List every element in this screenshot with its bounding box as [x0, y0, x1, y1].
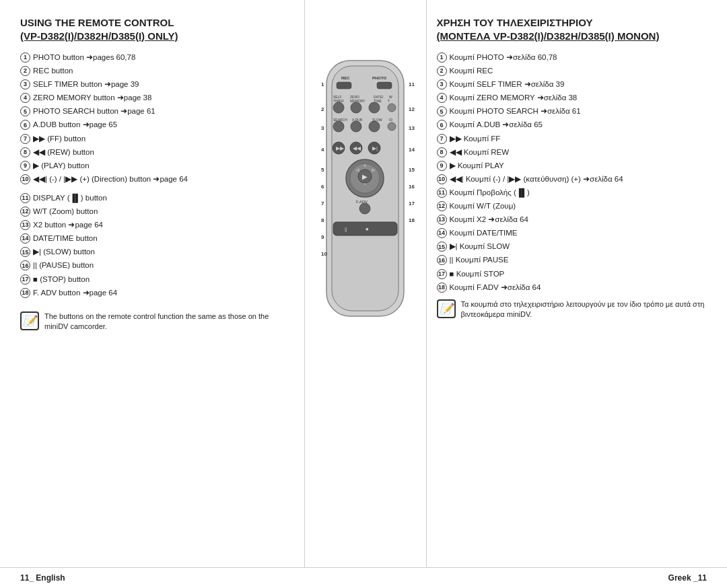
item-number: 3 — [20, 79, 30, 89]
item-text: ◀◀| (-) / |▶▶ (+) (Direction) button ➜pa… — [33, 174, 291, 184]
list-item: 4Κουμπί ZERO MEMORY ➜σελίδα 38 — [437, 92, 707, 103]
footer: 11_ English Greek _11 — [0, 567, 727, 588]
svg-point-22 — [333, 121, 344, 132]
list-item: 8◀◀ Κουμπί REW — [437, 147, 707, 157]
left-note-text: The buttons on the remote control functi… — [44, 311, 291, 332]
svg-text:15: 15 — [409, 167, 415, 173]
footer-left: 11_ English — [20, 573, 65, 583]
svg-point-17 — [388, 104, 396, 112]
item-text: Κουμπί REC — [450, 65, 707, 76]
right-note: 📝 Τα κουμπιά στο τηλεχειριστήριο λειτουρ… — [437, 299, 707, 320]
list-item: 13X2 button ➜page 64 — [20, 219, 291, 230]
item-text: ▶ Κουμπί PLAY — [450, 160, 707, 171]
item-number: 7 — [20, 134, 30, 144]
item-number: 4 — [20, 93, 30, 103]
item-text: DISPLAY (▐▌) button — [33, 192, 291, 203]
list-item: 12W/T (Zoom) button — [20, 206, 291, 217]
footer-right: Greek _11 — [668, 573, 707, 583]
list-item: 11DISPLAY (▐▌) button — [20, 192, 291, 203]
left-items-list: 1PHOTO button ➜pages 60,782REC button3SE… — [20, 52, 291, 191]
item-text: Κουμπί Προβολής (▐▌) — [450, 187, 707, 198]
list-item: 6A.DUB button ➜page 65 — [20, 119, 291, 130]
item-number: 8 — [437, 147, 447, 157]
list-item: 11Κουμπί Προβολής (▐▌) — [437, 187, 707, 198]
svg-text:1: 1 — [321, 81, 324, 87]
svg-point-24 — [369, 121, 380, 132]
svg-text:PHOTO: PHOTO — [372, 76, 387, 80]
svg-text:14: 14 — [409, 147, 415, 153]
svg-text:▶: ▶ — [372, 167, 376, 173]
item-number: 16 — [20, 260, 30, 270]
item-number: 11 — [20, 193, 30, 203]
item-text: ■ Κουμπί STOP — [450, 268, 707, 279]
item-number: 6 — [20, 120, 30, 130]
item-number: 13 — [437, 215, 447, 225]
list-item: 7▶▶ (FF) button — [20, 133, 291, 144]
item-number: 10 — [437, 174, 447, 184]
list-item: 6Κουμπί A.DUB ➜σελίδα 65 — [437, 119, 707, 130]
item-text: Κουμπί PHOTO SEARCH ➜σελίδα 61 — [450, 106, 707, 116]
right-title-line2: (ΜΟΝΤΕΛΑ VP-D382(i)/D382H/D385(i) ΜΟΝΟΝ) — [437, 30, 660, 42]
list-item: 17■ Κουμπί STOP — [437, 268, 707, 279]
item-number: 17 — [437, 269, 447, 279]
item-number: 6 — [437, 120, 447, 130]
item-text: Κουμπί SELF TIMER ➜σελίδα 39 — [450, 79, 707, 89]
item-number: 10 — [20, 174, 30, 184]
svg-text:▲: ▲ — [362, 162, 368, 168]
item-text: || Κουμπί PAUSE — [450, 254, 707, 265]
list-item: 9▶ Κουμπί PLAY — [437, 160, 707, 171]
svg-text:■: ■ — [366, 227, 368, 231]
left-bottom-items: 11DISPLAY (▐▌) button12W/T (Zoom) button… — [20, 192, 291, 305]
item-text: F. ADV button ➜page 64 — [33, 287, 291, 298]
list-item: 16|| Κουμπί PAUSE — [437, 254, 707, 265]
svg-text:12: 12 — [409, 106, 415, 112]
remote-center: REC PHOTO SELF TIMER ZERO MEMORY DATE/ T… — [305, 0, 426, 567]
right-items-list: 1Κουμπί PHOTO ➜σελίδα 60,782Κουμπί REC3Κ… — [437, 52, 707, 293]
left-panel: USING THE REMOTE CONTROL (VP-D382(i)/D38… — [0, 0, 305, 567]
item-text: PHOTO button ➜pages 60,78 — [33, 52, 291, 63]
item-text: ▶| (SLOW) button — [33, 246, 291, 257]
item-number: 18 — [20, 288, 30, 298]
item-number: 1 — [437, 52, 447, 63]
svg-text:REC: REC — [341, 76, 350, 80]
list-item: 18F. ADV button ➜page 64 — [20, 287, 291, 298]
item-text: ◀◀| Κουμπί (-) / |▶▶ (κατεύθυνση) (+) ➜σ… — [450, 174, 707, 184]
item-text: ◀◀ Κουμπί REW — [450, 147, 707, 157]
list-item: 12Κουμπί W/T (Ζουμ) — [437, 200, 707, 211]
left-note: 📝 The buttons on the remote control func… — [20, 311, 291, 332]
item-text: ▶▶ Κουμπί FF — [450, 133, 707, 144]
item-text: Κουμπί F.ADV ➜σελίδα 64 — [450, 282, 707, 293]
item-text: Κουμπί DATE/TIME — [450, 227, 707, 238]
svg-text:5: 5 — [321, 167, 324, 173]
item-number: 4 — [437, 93, 447, 103]
item-text: Κουμπί A.DUB ➜σελίδα 65 — [450, 119, 707, 130]
svg-text:▶|: ▶| — [372, 145, 378, 151]
svg-point-14 — [333, 102, 344, 113]
left-title: USING THE REMOTE CONTROL (VP-D382(i)/D38… — [20, 16, 291, 42]
svg-text:4: 4 — [321, 147, 324, 153]
svg-text:▶▶: ▶▶ — [336, 145, 345, 151]
list-item: 13Κουμπί X2 ➜σελίδα 64 — [437, 214, 707, 225]
item-text: ◀◀ (REW) button — [33, 147, 291, 157]
item-number: 9 — [437, 161, 447, 171]
list-item: 15▶| (SLOW) button — [20, 246, 291, 257]
page: USING THE REMOTE CONTROL (VP-D382(i)/D38… — [0, 0, 727, 588]
item-number: 5 — [20, 106, 30, 116]
svg-point-23 — [351, 121, 361, 132]
svg-text:10: 10 — [321, 251, 327, 257]
list-item: 10◀◀| Κουμπί (-) / |▶▶ (κατεύθυνση) (+) … — [437, 174, 707, 184]
list-item: 1Κουμπί PHOTO ➜σελίδα 60,78 — [437, 52, 707, 63]
item-number: 16 — [437, 255, 447, 265]
item-number: 5 — [437, 106, 447, 116]
right-note-text: Τα κουμπιά στο τηλεχειριστήριο λειτουργο… — [461, 299, 707, 320]
list-item: 3SELF TIMER button ➜page 39 — [20, 79, 291, 89]
list-item: 1PHOTO button ➜pages 60,78 — [20, 52, 291, 63]
item-text: Κουμπί W/T (Ζουμ) — [450, 200, 707, 211]
item-text: REC button — [33, 65, 291, 76]
list-item: 4ZERO MEMORY button ➜page 38 — [20, 92, 291, 103]
list-item: 17■ (STOP) button — [20, 274, 291, 285]
item-text: X2 button ➜page 64 — [33, 219, 291, 230]
item-number: 12 — [437, 201, 447, 211]
item-text: ▶| Κουμπί SLOW — [450, 241, 707, 252]
left-bottom-list: 11DISPLAY (▐▌) button12W/T (Zoom) button… — [20, 192, 291, 298]
